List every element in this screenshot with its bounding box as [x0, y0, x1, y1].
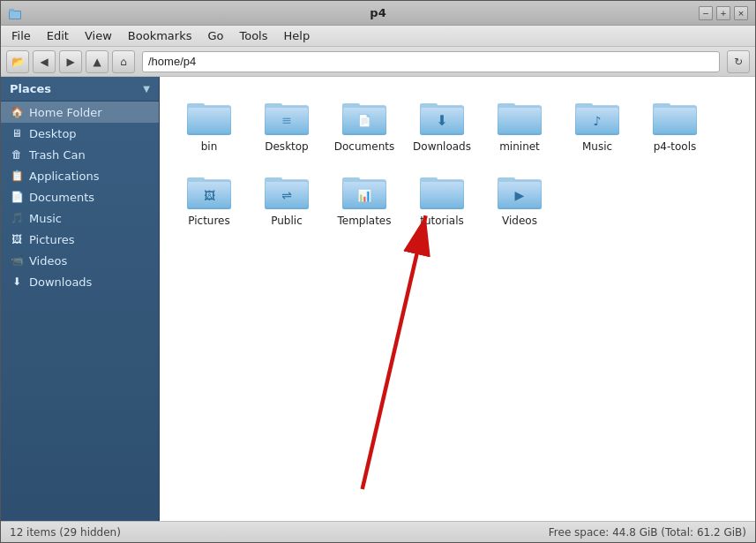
sidebar-item-label: Documents	[29, 191, 94, 204]
file-label-public: Public	[271, 215, 303, 227]
folder-icon-tutorials	[418, 170, 466, 211]
file-label-desktop: Desktop	[265, 140, 309, 153]
menu-edit[interactable]: Edit	[40, 27, 76, 44]
svg-rect-34	[654, 108, 696, 133]
svg-text:📊: 📊	[357, 188, 372, 203]
chevron-down-icon: ▼	[143, 84, 150, 94]
sidebar-item-documents[interactable]: 📄 Documents	[1, 186, 159, 207]
sidebar-item-pictures[interactable]: 🖼 Pictures	[1, 229, 159, 250]
file-label-p4-tools: p4-tools	[654, 140, 697, 153]
svg-rect-6	[188, 108, 230, 133]
close-button[interactable]: ×	[734, 6, 748, 20]
desktop-icon: 🖥	[10, 126, 24, 140]
sidebar-item-desktop[interactable]: 🖥 Desktop	[1, 123, 159, 144]
file-label-tutorials: tutorials	[420, 215, 464, 227]
svg-rect-1	[9, 9, 14, 11]
folder-icon-templates: 📊	[341, 170, 388, 211]
file-label-bin: bin	[201, 140, 218, 153]
svg-text:📄: 📄	[357, 113, 372, 128]
up-button[interactable]: ▲	[86, 50, 109, 73]
svg-text:♪: ♪	[594, 114, 602, 128]
svg-text:▶: ▶	[515, 188, 525, 202]
sidebar-item-label: Videos	[29, 254, 67, 268]
sidebar-item-label: Downloads	[29, 275, 92, 289]
back-button[interactable]: ◀	[33, 50, 56, 73]
file-item-templates[interactable]: 📊 Templates	[329, 165, 400, 232]
svg-rect-53	[421, 182, 463, 207]
sidebar-item-trash[interactable]: 🗑 Trash Can	[1, 144, 159, 165]
status-bar: 12 items (29 hidden) Free space: 44.8 Gi…	[1, 521, 755, 542]
sidebar-item-label: Desktop	[29, 127, 77, 140]
menu-tools[interactable]: Tools	[232, 27, 274, 44]
file-item-bin[interactable]: bin	[174, 91, 244, 158]
file-label-music: Music	[582, 140, 612, 153]
sidebar-item-videos[interactable]: 📹 Videos	[1, 250, 159, 271]
file-area: bin ≡ Desktop	[160, 77, 755, 521]
file-label-downloads: Downloads	[413, 140, 471, 153]
folder-icon-videos: ▶	[496, 170, 543, 211]
window-controls: − + ×	[699, 6, 748, 20]
file-item-pictures[interactable]: 🖼 Pictures	[174, 165, 244, 232]
main-area: Places ▼ 🏠 Home Folder 🖥 Desktop 🗑 Trash…	[1, 77, 755, 521]
file-item-videos[interactable]: ▶ Videos	[484, 165, 555, 232]
minimize-button[interactable]: −	[699, 6, 713, 20]
sidebar-item-music[interactable]: 🎵 Music	[1, 207, 159, 229]
file-item-desktop[interactable]: ≡ Desktop	[251, 91, 322, 158]
file-item-music[interactable]: ♪ Music	[562, 91, 632, 158]
sidebar-item-downloads[interactable]: ⬇ Downloads	[1, 271, 159, 292]
menu-bookmarks[interactable]: Bookmarks	[121, 27, 199, 44]
menu-file[interactable]: File	[4, 27, 38, 44]
file-item-public[interactable]: ⇌ Public	[251, 165, 322, 232]
file-item-tutorials[interactable]: tutorials	[407, 165, 477, 232]
toolbar: 📂 ◀ ▶ ▲ ⌂ ↻	[1, 47, 755, 77]
file-label-documents: Documents	[334, 140, 394, 153]
sidebar-header: Places ▼	[1, 77, 159, 102]
downloads-icon: ⬇	[10, 275, 24, 289]
file-grid: bin ≡ Desktop	[174, 91, 741, 233]
forward-button[interactable]: ▶	[59, 50, 82, 73]
file-item-mininet[interactable]: mininet	[484, 91, 555, 158]
file-label-templates: Templates	[337, 215, 391, 227]
folder-icon-music: ♪	[573, 96, 621, 137]
menu-help[interactable]: Help	[277, 27, 318, 44]
home-icon: 🏠	[10, 105, 24, 119]
menu-view[interactable]: View	[78, 27, 119, 44]
svg-text:≡: ≡	[281, 113, 292, 127]
sidebar-item-label: Pictures	[29, 233, 74, 246]
folder-icon-public: ⇌	[263, 170, 311, 211]
file-item-downloads[interactable]: ⬇ Downloads	[407, 91, 477, 158]
address-bar[interactable]	[142, 51, 720, 72]
trash-icon: 🗑	[10, 147, 24, 162]
sidebar-item-applications[interactable]: 📋 Applications	[1, 165, 159, 186]
file-item-p4-tools[interactable]: p4-tools	[640, 91, 710, 158]
menu-go[interactable]: Go	[200, 27, 230, 44]
sidebar-item-home-folder[interactable]: 🏠 Home Folder	[1, 102, 159, 123]
folder-icon-documents: 📄	[341, 96, 388, 137]
file-item-documents[interactable]: 📄 Documents	[329, 91, 400, 158]
svg-line-60	[363, 215, 426, 489]
file-label-pictures: Pictures	[188, 215, 230, 227]
reload-button[interactable]: ↻	[727, 50, 750, 73]
pictures-icon: 🖼	[10, 232, 24, 246]
app-icon	[8, 6, 22, 20]
music-icon: 🎵	[10, 211, 24, 225]
title-bar: p4 − + ×	[1, 1, 755, 26]
file-label-mininet: mininet	[499, 140, 540, 153]
file-label-videos: Videos	[502, 215, 537, 227]
main-window: p4 − + × File Edit View Bookmarks Go Too…	[0, 0, 756, 543]
sidebar: Places ▼ 🏠 Home Folder 🖥 Desktop 🗑 Trash…	[1, 77, 160, 521]
status-left: 12 items (29 hidden)	[10, 526, 121, 539]
open-folder-button[interactable]: 📂	[6, 50, 29, 73]
svg-text:⇌: ⇌	[281, 188, 292, 202]
sidebar-item-label: Applications	[29, 170, 99, 183]
svg-text:🖼: 🖼	[204, 189, 215, 202]
home-button[interactable]: ⌂	[112, 50, 135, 73]
maximize-button[interactable]: +	[716, 6, 730, 20]
applications-icon: 📋	[10, 169, 24, 183]
sidebar-item-label: Home Folder	[29, 106, 102, 119]
folder-icon-desktop: ≡	[263, 96, 311, 137]
svg-rect-2	[10, 11, 20, 19]
menu-bar: File Edit View Bookmarks Go Tools Help	[1, 26, 755, 47]
folder-icon-bin	[185, 96, 233, 137]
folder-icon-downloads: ⬇	[418, 96, 466, 137]
